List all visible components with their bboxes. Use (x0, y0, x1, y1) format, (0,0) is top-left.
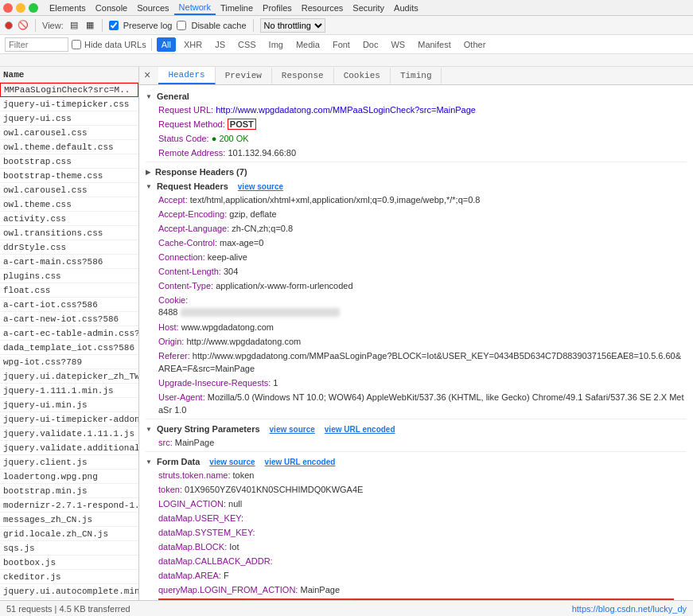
origin-row: Origin: http://www.wpgdadatong.com (146, 334, 687, 349)
detail-close-button[interactable]: × (139, 69, 155, 82)
request-item-10[interactable]: activity.css (0, 212, 138, 226)
tab-response[interactable]: Response (272, 68, 334, 84)
request-item-19[interactable]: dada_template_iot.css?586 (0, 341, 138, 355)
request-item-12[interactable]: ddrStyle.css (0, 240, 138, 255)
response-headers-section[interactable]: ▶ Response Headers (7) (146, 164, 687, 178)
view-icon-1[interactable]: ▤ (68, 20, 80, 31)
request-item-32[interactable]: grid.locale.zh_CN.js (0, 527, 138, 541)
request-item-20[interactable]: wpg-iot.css?789 (0, 355, 138, 369)
record-button[interactable] (5, 21, 13, 29)
request-item-24[interactable]: jquery-ui-timepicker-addon.. (0, 412, 138, 427)
request-item-30[interactable]: modernizr-2.7.1-respond-1.4. (0, 498, 138, 513)
filter-input[interactable] (5, 37, 68, 52)
clear-button[interactable]: 🚫 (18, 20, 29, 31)
request-item-5[interactable]: owl.theme.default.css (0, 140, 138, 154)
filter-tab-manifest[interactable]: Manifest (413, 37, 456, 52)
query-string-title: Query String Parameters (157, 424, 260, 434)
request-item-18[interactable]: a-cart-ec-table-admin.css?5.. (0, 326, 138, 341)
form-struts-token-name-value: token (233, 470, 255, 480)
minimize-window-btn[interactable] (16, 3, 25, 13)
main-panel: Name MMPaaSLoginCheck?src=M.. jquery-ui-… (0, 67, 693, 606)
request-method-value: POST (228, 119, 256, 130)
menu-security[interactable]: Security (348, 2, 389, 14)
view-icon-2[interactable]: ▦ (84, 20, 95, 31)
accept-value: text/html,application/xhtml+xml,applicat… (190, 195, 481, 205)
menu-timeline[interactable]: Timeline (216, 2, 258, 14)
request-item-35[interactable]: ckeditor.js (0, 570, 138, 584)
close-window-btn[interactable] (3, 3, 13, 13)
preserve-log-checkbox[interactable] (109, 21, 119, 30)
filter-tab-ws[interactable]: WS (386, 37, 410, 52)
disable-cache-checkbox[interactable] (177, 21, 186, 30)
request-item-4[interactable]: owl.carousel.css (0, 126, 138, 140)
menu-audits[interactable]: Audits (389, 2, 423, 14)
request-headers-view-source[interactable]: view source (238, 182, 283, 191)
request-item-login[interactable]: MMPaaSLoginCheck?src=M.. (0, 83, 138, 97)
request-item-2[interactable]: jquery-ui-timepicker.css (0, 97, 138, 111)
throttling-select[interactable]: No throttling (260, 18, 325, 33)
bottom-stats: 51 requests | 4.5 KB transferred (6, 604, 130, 614)
filter-tab-media[interactable]: Media (291, 37, 325, 52)
query-view-url-encoded[interactable]: view URL encoded (325, 425, 395, 434)
request-item-26[interactable]: jquery.validate.additional-m.. (0, 441, 138, 455)
hide-data-urls-checkbox[interactable] (72, 40, 81, 49)
filter-tab-doc[interactable]: Doc (358, 37, 383, 52)
form-block-value: Iot (229, 542, 239, 552)
request-item-22[interactable]: jquery-1.111.1.min.js (0, 384, 138, 398)
request-method-row: Request Method: POST (146, 117, 687, 131)
tab-preview[interactable]: Preview (216, 68, 272, 84)
form-area: dataMap.AREA: F (146, 568, 687, 583)
request-item-14[interactable]: plugins.css (0, 269, 138, 283)
menu-sources[interactable]: Sources (132, 2, 173, 14)
request-item-33[interactable]: sqs.js (0, 541, 138, 556)
request-item-16[interactable]: a-cart-iot.css?586 (0, 298, 138, 312)
menu-profiles[interactable]: Profiles (258, 2, 297, 14)
general-triangle: ▼ (146, 93, 152, 100)
request-headers-section[interactable]: ▼ Request Headers view source (146, 178, 687, 193)
menu-bar: Elements Console Sources Network Timelin… (0, 0, 693, 16)
form-login-action-value: null (228, 499, 242, 509)
request-item-36[interactable]: jquery.ui.autocomplete.min.. (0, 584, 138, 598)
request-item-3[interactable]: jquery-ui.css (0, 111, 138, 126)
tab-cookies[interactable]: Cookies (334, 68, 391, 84)
request-item-9[interactable]: owl.theme.css (0, 197, 138, 212)
form-data-section[interactable]: ▼ Form Data view source view URL encoded (146, 454, 687, 468)
request-item-6[interactable]: bootstrap.css (0, 154, 138, 169)
filter-tab-xhr[interactable]: XHR (179, 37, 207, 52)
filter-tab-css[interactable]: CSS (233, 37, 261, 52)
form-view-source[interactable]: view source (209, 458, 255, 466)
filter-tab-font[interactable]: Font (328, 37, 355, 52)
menu-resources[interactable]: Resources (297, 2, 348, 14)
request-item-21[interactable]: jquery.ui.datepicker_zh_TW.j (0, 369, 138, 384)
menu-elements[interactable]: Elements (45, 2, 91, 14)
tab-timing[interactable]: Timing (391, 68, 442, 84)
request-item-13[interactable]: a-cart-main.css?586 (0, 255, 138, 269)
menu-network[interactable]: Network (174, 1, 216, 15)
request-item-8[interactable]: owl.carousel.css (0, 183, 138, 197)
maximize-window-btn[interactable] (29, 3, 38, 13)
filter-tab-js[interactable]: JS (210, 37, 230, 52)
divider-1 (146, 162, 687, 162)
query-view-source[interactable]: view source (270, 425, 315, 434)
request-item-27[interactable]: jquery.client.js (0, 455, 138, 470)
request-item-25[interactable]: jquery.validate.1.11.1.js (0, 427, 138, 441)
request-item-17[interactable]: a-cart-new-iot.css?586 (0, 312, 138, 326)
query-string-section[interactable]: ▼ Query String Parameters view source vi… (146, 421, 687, 435)
request-item-7[interactable]: bootstrap-theme.css (0, 169, 138, 183)
form-token: token: 01X9650YZ6V401KN0SCHHIMDQ0KWGA4E (146, 482, 687, 497)
filter-tab-img[interactable]: Img (264, 37, 288, 52)
general-section-header[interactable]: ▼ General (146, 88, 687, 103)
preserve-log-label: Preserve log (123, 21, 173, 30)
form-view-url-encoded[interactable]: view URL encoded (265, 458, 336, 466)
request-item-28[interactable]: loadertong.wpg.png (0, 470, 138, 484)
request-item-29[interactable]: bootstrap.min.js (0, 484, 138, 498)
request-item-34[interactable]: bootbox.js (0, 556, 138, 570)
filter-tab-all[interactable]: All (157, 37, 176, 52)
filter-tab-other[interactable]: Other (459, 37, 491, 52)
tab-headers[interactable]: Headers (158, 67, 215, 84)
request-item-23[interactable]: jquery-ui.min.js (0, 398, 138, 412)
request-item-11[interactable]: owl.transitions.css (0, 226, 138, 240)
menu-console[interactable]: Console (91, 2, 132, 14)
request-item-15[interactable]: float.css (0, 283, 138, 298)
request-item-31[interactable]: messages_zh_CN.js (0, 513, 138, 527)
